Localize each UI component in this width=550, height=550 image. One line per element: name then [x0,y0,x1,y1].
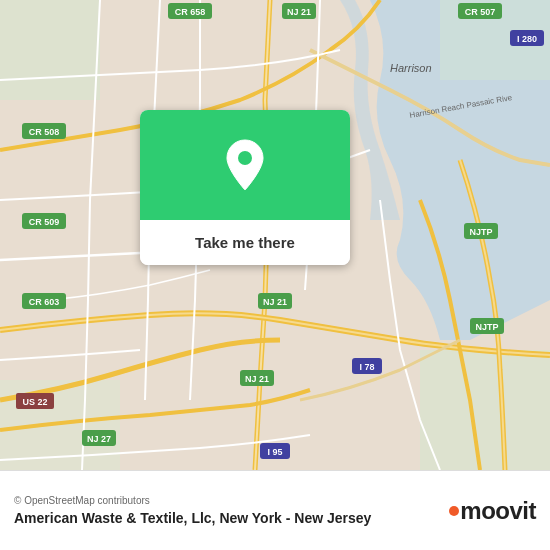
svg-text:NJ 21: NJ 21 [245,374,269,384]
moovit-dot [449,506,459,516]
svg-text:US 22: US 22 [22,397,47,407]
take-me-there-card: Take me there [140,110,350,265]
take-me-there-button[interactable]: Take me there [140,220,350,265]
svg-text:NJTP: NJTP [469,227,492,237]
map-container: CR 658 NJ 21 CR 507 I 280 CR 508 Harriso… [0,0,550,470]
svg-text:NJ 21: NJ 21 [287,7,311,17]
svg-text:CR 507: CR 507 [465,7,496,17]
info-bar: © OpenStreetMap contributors American Wa… [0,470,550,550]
svg-text:CR 509: CR 509 [29,217,60,227]
svg-text:CR 508: CR 508 [29,127,60,137]
copyright-text: © OpenStreetMap contributors [14,495,371,506]
svg-text:CR 658: CR 658 [175,7,206,17]
svg-rect-1 [0,0,100,100]
svg-text:I 78: I 78 [359,362,374,372]
location-title: American Waste & Textile, Llc, New York … [14,510,371,526]
svg-rect-3 [420,350,550,470]
svg-text:NJTP: NJTP [475,322,498,332]
moovit-text: moovit [460,497,536,525]
svg-text:CR 603: CR 603 [29,297,60,307]
svg-text:NJ 27: NJ 27 [87,434,111,444]
svg-point-37 [238,151,252,165]
card-header [140,110,350,220]
moovit-logo: moovit [449,497,536,525]
svg-text:Harrison: Harrison [390,62,432,74]
location-pin-icon [223,138,267,192]
location-info: © OpenStreetMap contributors American Wa… [14,495,371,526]
svg-text:I 95: I 95 [267,447,282,457]
svg-text:I 280: I 280 [517,34,537,44]
svg-text:NJ 21: NJ 21 [263,297,287,307]
